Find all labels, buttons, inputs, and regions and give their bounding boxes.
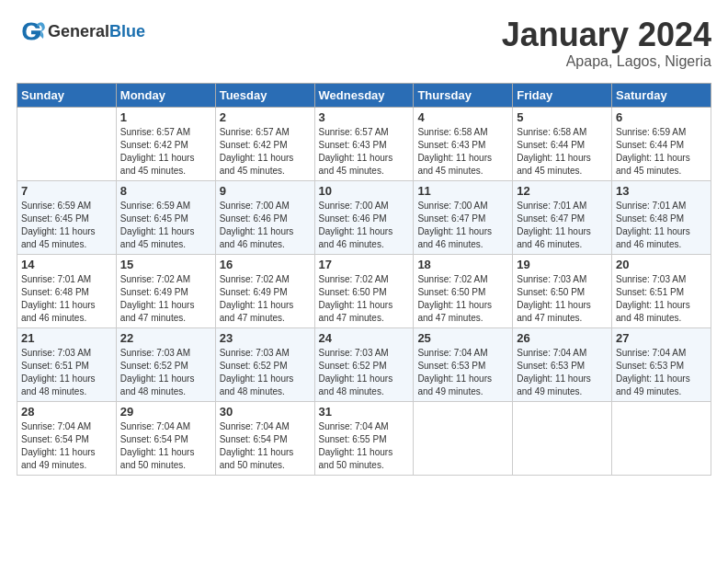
calendar-cell: 7Sunrise: 6:59 AM Sunset: 6:45 PM Daylig…: [17, 180, 117, 254]
day-number: 13: [616, 184, 707, 198]
logo-icon: [17, 17, 46, 46]
calendar-cell: 16Sunrise: 7:02 AM Sunset: 6:49 PM Dayli…: [215, 254, 314, 327]
day-number: 25: [417, 331, 508, 345]
day-number: 8: [120, 184, 211, 198]
day-info: Sunrise: 6:58 AM Sunset: 6:44 PM Dayligh…: [517, 126, 608, 178]
page-container: GeneralBlue January 2024 Apapa, Lagos, N…: [0, 0, 728, 485]
day-number: 3: [319, 110, 410, 124]
day-info: Sunrise: 7:04 AM Sunset: 6:55 PM Dayligh…: [319, 420, 410, 472]
day-number: 20: [616, 258, 707, 271]
calendar-cell: [612, 401, 711, 475]
day-number: 21: [21, 331, 112, 345]
calendar-cell: 10Sunrise: 7:00 AM Sunset: 6:46 PM Dayli…: [314, 180, 414, 254]
day-info: Sunrise: 7:03 AM Sunset: 6:50 PM Dayligh…: [517, 273, 608, 325]
calendar-cell: 6Sunrise: 6:59 AM Sunset: 6:44 PM Daylig…: [612, 107, 711, 180]
day-info: Sunrise: 7:04 AM Sunset: 6:54 PM Dayligh…: [220, 420, 311, 472]
header: GeneralBlue January 2024 Apapa, Lagos, N…: [17, 17, 711, 70]
day-number: 6: [616, 110, 707, 124]
calendar-cell: 1Sunrise: 6:57 AM Sunset: 6:42 PM Daylig…: [116, 107, 215, 180]
day-number: 28: [21, 405, 112, 419]
col-header-monday: Monday: [116, 83, 215, 107]
col-header-saturday: Saturday: [612, 83, 711, 107]
week-row-5: 28Sunrise: 7:04 AM Sunset: 6:54 PM Dayli…: [17, 401, 711, 475]
day-number: 22: [120, 331, 211, 345]
day-number: 15: [120, 258, 211, 271]
day-info: Sunrise: 7:02 AM Sunset: 6:49 PM Dayligh…: [220, 273, 311, 325]
day-info: Sunrise: 7:03 AM Sunset: 6:51 PM Dayligh…: [616, 273, 707, 325]
day-info: Sunrise: 7:02 AM Sunset: 6:50 PM Dayligh…: [319, 273, 410, 325]
calendar-cell: 12Sunrise: 7:01 AM Sunset: 6:47 PM Dayli…: [513, 180, 612, 254]
month-title: January 2024: [502, 17, 711, 53]
calendar-cell: 17Sunrise: 7:02 AM Sunset: 6:50 PM Dayli…: [314, 254, 414, 327]
calendar-cell: 3Sunrise: 6:57 AM Sunset: 6:43 PM Daylig…: [314, 107, 414, 180]
calendar-cell: 24Sunrise: 7:03 AM Sunset: 6:52 PM Dayli…: [314, 327, 414, 401]
day-info: Sunrise: 7:03 AM Sunset: 6:52 PM Dayligh…: [319, 347, 410, 398]
calendar-cell: 19Sunrise: 7:03 AM Sunset: 6:50 PM Dayli…: [513, 254, 612, 327]
calendar-cell: 29Sunrise: 7:04 AM Sunset: 6:54 PM Dayli…: [116, 401, 215, 475]
calendar-cell: 25Sunrise: 7:04 AM Sunset: 6:53 PM Dayli…: [414, 327, 513, 401]
title-block: January 2024 Apapa, Lagos, Nigeria: [502, 17, 711, 70]
day-number: 18: [417, 258, 508, 271]
day-info: Sunrise: 7:04 AM Sunset: 6:54 PM Dayligh…: [120, 420, 211, 472]
day-number: 2: [220, 110, 311, 124]
calendar-cell: 22Sunrise: 7:03 AM Sunset: 6:52 PM Dayli…: [116, 327, 215, 401]
calendar-cell: 9Sunrise: 7:00 AM Sunset: 6:46 PM Daylig…: [215, 180, 314, 254]
calendar-cell: 11Sunrise: 7:00 AM Sunset: 6:47 PM Dayli…: [414, 180, 513, 254]
col-header-wednesday: Wednesday: [314, 83, 414, 107]
day-info: Sunrise: 7:00 AM Sunset: 6:47 PM Dayligh…: [417, 200, 508, 251]
day-info: Sunrise: 7:00 AM Sunset: 6:46 PM Dayligh…: [319, 200, 410, 251]
day-info: Sunrise: 6:59 AM Sunset: 6:45 PM Dayligh…: [120, 200, 211, 251]
calendar-cell: 20Sunrise: 7:03 AM Sunset: 6:51 PM Dayli…: [612, 254, 711, 327]
day-info: Sunrise: 6:59 AM Sunset: 6:44 PM Dayligh…: [616, 126, 707, 178]
calendar-cell: 14Sunrise: 7:01 AM Sunset: 6:48 PM Dayli…: [17, 254, 117, 327]
day-info: Sunrise: 6:58 AM Sunset: 6:43 PM Dayligh…: [417, 126, 508, 178]
day-number: 16: [220, 258, 311, 271]
day-number: 4: [417, 110, 508, 124]
day-info: Sunrise: 6:57 AM Sunset: 6:42 PM Dayligh…: [120, 126, 211, 178]
calendar-table: SundayMondayTuesdayWednesdayThursdayFrid…: [17, 83, 711, 476]
day-number: 9: [220, 184, 311, 198]
calendar-cell: 27Sunrise: 7:04 AM Sunset: 6:53 PM Dayli…: [612, 327, 711, 401]
logo-text: GeneralBlue: [48, 22, 145, 41]
day-number: 10: [319, 184, 410, 198]
calendar-cell: 4Sunrise: 6:58 AM Sunset: 6:43 PM Daylig…: [414, 107, 513, 180]
day-number: 24: [319, 331, 410, 345]
week-row-2: 7Sunrise: 6:59 AM Sunset: 6:45 PM Daylig…: [17, 180, 711, 254]
header-row: SundayMondayTuesdayWednesdayThursdayFrid…: [17, 83, 711, 107]
day-number: 27: [616, 331, 707, 345]
day-info: Sunrise: 7:04 AM Sunset: 6:53 PM Dayligh…: [517, 347, 608, 398]
calendar-cell: [414, 401, 513, 475]
day-number: 5: [517, 110, 608, 124]
col-header-tuesday: Tuesday: [215, 83, 314, 107]
day-info: Sunrise: 7:04 AM Sunset: 6:54 PM Dayligh…: [21, 420, 112, 472]
day-number: 17: [319, 258, 410, 271]
week-row-4: 21Sunrise: 7:03 AM Sunset: 6:51 PM Dayli…: [17, 327, 711, 401]
day-info: Sunrise: 7:01 AM Sunset: 6:48 PM Dayligh…: [616, 200, 707, 251]
day-info: Sunrise: 7:04 AM Sunset: 6:53 PM Dayligh…: [417, 347, 508, 398]
day-number: 26: [517, 331, 608, 345]
day-info: Sunrise: 7:02 AM Sunset: 6:49 PM Dayligh…: [120, 273, 211, 325]
week-row-1: 1Sunrise: 6:57 AM Sunset: 6:42 PM Daylig…: [17, 107, 711, 180]
calendar-cell: 18Sunrise: 7:02 AM Sunset: 6:50 PM Dayli…: [414, 254, 513, 327]
calendar-cell: 28Sunrise: 7:04 AM Sunset: 6:54 PM Dayli…: [17, 401, 117, 475]
day-number: 29: [120, 405, 211, 419]
day-info: Sunrise: 7:01 AM Sunset: 6:48 PM Dayligh…: [21, 273, 112, 325]
calendar-cell: 8Sunrise: 6:59 AM Sunset: 6:45 PM Daylig…: [116, 180, 215, 254]
day-number: 31: [319, 405, 410, 419]
day-info: Sunrise: 7:03 AM Sunset: 6:51 PM Dayligh…: [21, 347, 112, 398]
day-number: 19: [517, 258, 608, 271]
day-info: Sunrise: 7:04 AM Sunset: 6:53 PM Dayligh…: [616, 347, 707, 398]
day-info: Sunrise: 6:57 AM Sunset: 6:42 PM Dayligh…: [220, 126, 311, 178]
calendar-cell: 21Sunrise: 7:03 AM Sunset: 6:51 PM Dayli…: [17, 327, 117, 401]
day-number: 1: [120, 110, 211, 124]
day-info: Sunrise: 7:00 AM Sunset: 6:46 PM Dayligh…: [220, 200, 311, 251]
day-info: Sunrise: 7:03 AM Sunset: 6:52 PM Dayligh…: [120, 347, 211, 398]
day-number: 14: [21, 258, 112, 271]
calendar-cell: 15Sunrise: 7:02 AM Sunset: 6:49 PM Dayli…: [116, 254, 215, 327]
calendar-cell: 2Sunrise: 6:57 AM Sunset: 6:42 PM Daylig…: [215, 107, 314, 180]
col-header-thursday: Thursday: [414, 83, 513, 107]
calendar-cell: 5Sunrise: 6:58 AM Sunset: 6:44 PM Daylig…: [513, 107, 612, 180]
calendar-cell: [513, 401, 612, 475]
calendar-cell: [17, 107, 117, 180]
day-number: 30: [220, 405, 311, 419]
